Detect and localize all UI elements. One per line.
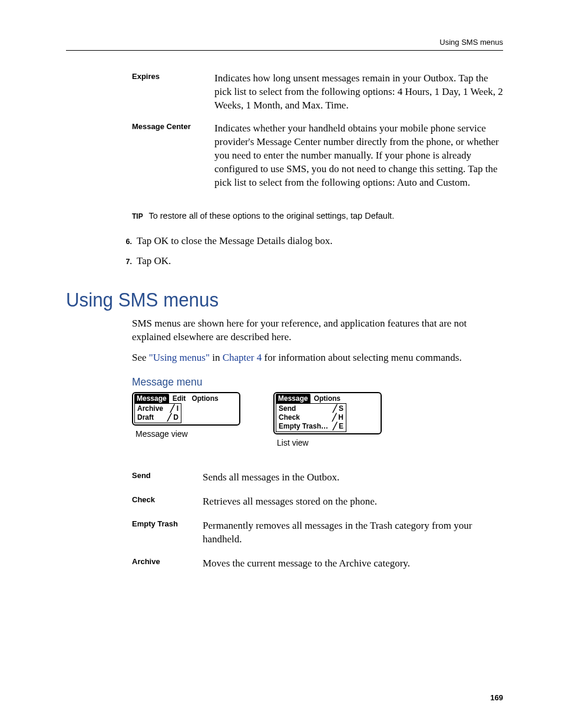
table-row: Empty Trash Permanently removes all mess… <box>132 519 503 557</box>
menu-item: Archive ╱ I <box>135 404 181 413</box>
menu-figures: Message Edit Options Archive ╱ I Draft ╱… <box>132 392 503 447</box>
figure-message-view: Message Edit Options Archive ╱ I Draft ╱… <box>132 392 240 439</box>
subsection-title: Message menu <box>132 375 474 388</box>
menu-item: Send ╱ S <box>276 404 346 413</box>
numbered-steps: 6. Tap OK to close the Message Details d… <box>119 235 503 269</box>
see-prefix: See <box>132 352 149 363</box>
menu-item-shortcut: ╱ H <box>332 413 343 422</box>
table-row: Check Retrieves all messages stored on t… <box>132 495 503 519</box>
term-archive: Archive <box>132 557 203 581</box>
desc-archive: Moves the current message to the Archive… <box>203 557 503 581</box>
see-paragraph: See "Using menus" in Chapter 4 for infor… <box>132 351 503 365</box>
running-head: Using SMS menus <box>66 38 503 47</box>
menu-box: Message Edit Options Archive ╱ I Draft ╱… <box>132 392 240 426</box>
menu-item-label: Send <box>279 404 296 413</box>
menu-dropdown: Send ╱ S Check ╱ H Empty Trash… ╱ E <box>276 403 346 432</box>
term-empty-trash: Empty Trash <box>132 519 203 557</box>
menu-item: Draft ╱ D <box>135 413 181 422</box>
menu-tab-message: Message <box>134 394 169 403</box>
menu-item-label: Archive <box>137 404 163 413</box>
table-row: Archive Moves the current message to the… <box>132 557 503 581</box>
table-row: Message Center Indicates whether your ha… <box>132 122 503 199</box>
menu-item: Check ╱ H <box>276 413 346 422</box>
see-mid: in <box>210 352 223 363</box>
menu-tab-message: Message <box>276 394 310 403</box>
menu-item: Empty Trash… ╱ E <box>276 422 346 431</box>
desc-expires: Indicates how long unsent messages remai… <box>214 72 503 122</box>
step-text: Tap OK. <box>137 255 171 268</box>
menu-item-shortcut: ╱ I <box>170 404 178 413</box>
list-item: 7. Tap OK. <box>119 255 503 268</box>
tip-callout: TIP To restore all of these options to t… <box>132 211 503 220</box>
menu-bar: Message Edit Options <box>133 393 239 403</box>
step-text: Tap OK to close the Message Details dial… <box>137 235 333 248</box>
menu-box: Message Options Send ╱ S Check ╱ H Empty… <box>273 392 382 434</box>
table-row: Expires Indicates how long unsent messag… <box>132 72 503 122</box>
desc-check: Retrieves all messages stored on the pho… <box>203 495 503 519</box>
menu-dropdown: Archive ╱ I Draft ╱ D <box>134 403 181 423</box>
tip-label: TIP <box>132 212 143 220</box>
term-expires: Expires <box>132 72 214 122</box>
menu-item-label: Empty Trash… <box>279 422 328 431</box>
figure-list-view: Message Options Send ╱ S Check ╱ H Empty… <box>273 392 382 447</box>
figure-caption: List view <box>277 438 382 447</box>
options-definition-table: Expires Indicates how long unsent messag… <box>132 72 503 199</box>
menu-item-label: Check <box>279 413 300 422</box>
desc-empty-trash: Permanently removes all messages in the … <box>203 519 503 557</box>
link-using-menus[interactable]: "Using menus" <box>149 352 210 363</box>
intro-paragraph: SMS menus are shown here for your refere… <box>132 317 503 344</box>
figure-caption: Message view <box>135 429 240 439</box>
menu-item-label: Draft <box>137 413 154 422</box>
menu-tab-options: Options <box>312 394 343 403</box>
menu-tab-options: Options <box>189 394 220 403</box>
term-check: Check <box>132 495 203 519</box>
desc-message-center: Indicates whether your handheld obtains … <box>214 122 503 199</box>
step-number: 6. <box>119 238 132 246</box>
table-row: Send Sends all messages in the Outbox. <box>132 471 503 495</box>
menu-item-shortcut: ╱ S <box>333 404 343 413</box>
section-title: Using SMS menus <box>66 288 468 311</box>
menu-tab-edit: Edit <box>170 394 189 403</box>
menu-item-shortcut: ╱ D <box>167 413 178 422</box>
term-message-center: Message Center <box>132 122 214 199</box>
commands-definition-table: Send Sends all messages in the Outbox. C… <box>132 471 503 581</box>
step-number: 7. <box>119 258 132 266</box>
see-suffix: for information about selecting menu com… <box>262 352 461 363</box>
menu-bar: Message Options <box>275 393 381 403</box>
term-send: Send <box>132 471 203 495</box>
link-chapter-4[interactable]: Chapter 4 <box>223 352 262 363</box>
header-rule <box>66 50 503 51</box>
menu-item-shortcut: ╱ E <box>333 422 343 431</box>
tip-text: To restore all of these options to the o… <box>148 211 394 220</box>
list-item: 6. Tap OK to close the Message Details d… <box>119 235 503 248</box>
desc-send: Sends all messages in the Outbox. <box>203 471 503 495</box>
page-number: 169 <box>490 693 503 702</box>
